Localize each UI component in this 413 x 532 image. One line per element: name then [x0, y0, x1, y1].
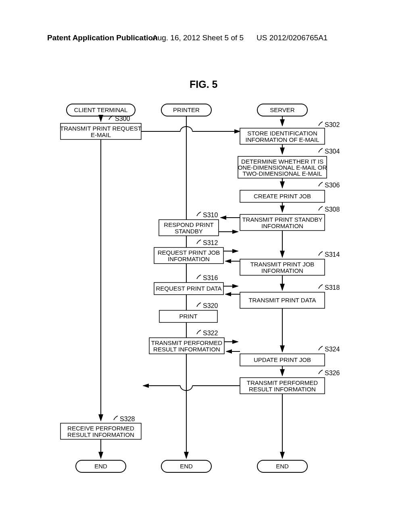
- step-s308-t1: TRANSMIT PRINT STANDBY: [242, 216, 322, 223]
- step-s310-t2: STANDBY: [175, 228, 203, 235]
- step-s300-t1: TRANSMIT PRINT REQUEST: [60, 125, 142, 132]
- step-s326-t1: TRANSMIT PERFORMED: [247, 379, 318, 386]
- flowchart-svg: CLIENT TERMINAL PRINTER SERVER S300 TRAN…: [0, 0, 413, 532]
- step-s322-tag: S322: [203, 330, 218, 337]
- step-s302-t2: INFORMATION OF E-MAIL: [245, 136, 319, 143]
- step-s328-t2: RESULT INFORMATION: [67, 431, 134, 438]
- step-s300-t2: E-MAIL: [91, 131, 111, 138]
- step-s326-t2: RESULT INFORMATION: [249, 386, 316, 393]
- step-s314-t2: INFORMATION: [261, 267, 303, 274]
- step-s300-tag: S300: [115, 115, 130, 122]
- step-s306-t1: CREATE PRINT JOB: [254, 193, 311, 200]
- step-s320-t1: PRINT: [179, 313, 198, 320]
- step-s318-tag: S318: [325, 284, 340, 291]
- step-s316-t1: REQUEST PRINT DATA: [156, 285, 221, 292]
- step-s324-tag: S324: [325, 346, 340, 353]
- terminal-end-client-label: END: [94, 463, 107, 470]
- step-s302-t1: STORE IDENTIFICATION: [247, 130, 317, 137]
- step-s326-tag: S326: [325, 370, 340, 376]
- step-s328-tag: S328: [120, 416, 135, 422]
- step-s322-t2: RESULT INFORMATION: [153, 346, 220, 353]
- step-s328-t1: RECEIVE PERFORMED: [67, 425, 134, 432]
- step-s312-tag: S312: [203, 239, 218, 246]
- step-s308-t2: INFORMATION: [261, 222, 303, 229]
- terminal-end-printer-label: END: [180, 463, 193, 470]
- step-s322-t1: TRANSMIT PERFORMED: [151, 339, 223, 346]
- step-s310-tag: S310: [203, 212, 218, 218]
- step-s318-t1: TRANSMIT PRINT DATA: [248, 297, 316, 303]
- step-s324-t1: UPDATE PRINT JOB: [254, 356, 311, 363]
- step-s306-tag: S306: [325, 182, 340, 189]
- terminal-end-server-label: END: [276, 463, 289, 470]
- terminal-server-label: SERVER: [270, 106, 295, 113]
- step-s308-tag: S308: [325, 206, 340, 213]
- terminal-printer-label: PRINTER: [173, 106, 200, 113]
- step-s312-t2: INFORMATION: [168, 256, 210, 262]
- step-s316-tag: S316: [203, 274, 218, 281]
- step-s314-t1: TRANSMIT PRINT JOB: [250, 261, 315, 268]
- step-s312-t1: REQUEST PRINT JOB: [158, 249, 220, 256]
- step-s314-tag: S314: [325, 251, 340, 258]
- step-s304-tag: S304: [325, 148, 340, 155]
- step-s304-t3: TWO-DIMENSIONAL E-MAIL: [243, 170, 322, 177]
- step-s320-tag: S320: [203, 302, 218, 309]
- step-s302-tag: S302: [325, 121, 340, 128]
- terminal-client-label: CLIENT TERMINAL: [74, 106, 128, 113]
- step-s310-t1: RESPOND PRINT: [164, 221, 213, 228]
